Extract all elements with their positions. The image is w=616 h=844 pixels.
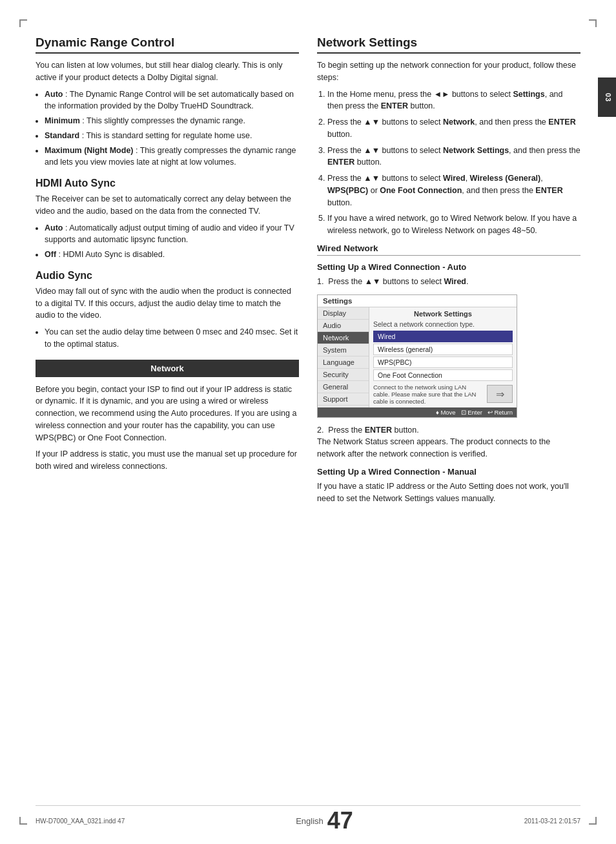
footer-page-number: 47 [327,809,353,832]
network-intro-1: Before you begin, contact your ISP to fi… [36,384,299,444]
settings-right-panel: Network Settings Select a network connec… [369,307,517,407]
menu-item-network: Network [318,332,369,344]
list-item: Standard : This is standard setting for … [45,130,299,142]
network-banner: Network [36,360,299,377]
settings-screenshot: Settings Display Audio Network System La… [317,294,517,418]
setting-manual-section: Setting Up a Wired Connection - Manual I… [317,467,580,505]
settings-panel-title: Network Settings [373,310,513,318]
dynamic-range-intro: You can listen at low volumes, but still… [36,59,299,84]
setting-auto-step2: 2. Press the ENTER button. The Network S… [317,424,580,460]
two-column-layout: Dynamic Range Control You can listen at … [36,36,580,509]
menu-item-general: General [318,381,369,393]
settings-inner: Display Audio Network System Language Se… [318,307,517,407]
list-item: Minimum : This slightly compresses the d… [45,115,299,127]
menu-item-support: Support [318,393,369,406]
hdmi-auto-sync-title: HDMI Auto Sync [36,178,299,189]
option-wps-pbc[interactable]: WPS(PBC) [373,356,513,368]
setting-auto-section: Setting Up a Wired Connection - Auto 1. … [317,262,580,460]
page-content: Dynamic Range Control You can listen at … [36,36,580,808]
settings-panel-subtitle: Select a network connection type. [373,320,513,328]
network-settings-steps: In the Home menu, press the ◄► buttons t… [327,88,580,237]
list-item: Press the ▲▼ buttons to select Network, … [327,116,580,141]
side-tab-number: 03 [604,93,612,102]
list-item: Auto : Automatically adjust output timin… [45,222,299,247]
settings-options: Wired Wireless (general) WPS(PBC) One Fo… [373,331,513,381]
settings-bottom-text: ♦ Move ⊡ Enter ↩ Return [436,409,513,416]
network-settings-intro: To begin setting up the network connecti… [317,59,580,84]
hdmi-auto-sync-intro: The Receiver can be set to automatically… [36,193,299,218]
wired-network-heading: Wired Network [317,243,580,256]
side-tab-label: Setup [590,87,599,108]
setting-auto-step1: 1. Press the ▲▼ buttons to select Wired. [317,276,580,288]
corner-mark-bl [19,817,27,825]
list-item: Maximum (Night Mode) : This greatly comp… [45,145,299,169]
settings-box-title: Settings [318,295,517,307]
settings-conn-text: Connect to the network using LAN cable. … [373,384,483,405]
settings-left-menu: Display Audio Network System Language Se… [318,307,369,407]
network-settings-title: Network Settings [317,36,580,54]
wired-network-section: Wired Network Setting Up a Wired Connect… [317,243,580,505]
list-item: Press the ▲▼ buttons to select Wired, Wi… [327,172,580,209]
footer-english-label: English [296,816,323,826]
side-tab: 03 Setup [598,77,616,117]
option-wireless-general[interactable]: Wireless (general) [373,344,513,355]
footer-left: HW-D7000_XAA_0321.indd 47 [36,818,125,825]
audio-sync-section: Audio Sync Video may fall out of sync wi… [36,270,299,351]
right-column: Network Settings To begin setting up the… [317,36,580,509]
list-item: Auto : The Dynamic Range Control will be… [45,88,299,113]
dynamic-range-list: Auto : The Dynamic Range Control will be… [45,88,299,169]
corner-mark-br [589,817,597,825]
list-item: Press the ▲▼ buttons to select Network S… [327,145,580,169]
hdmi-auto-sync-section: HDMI Auto Sync The Receiver can be set t… [36,178,299,261]
hdmi-auto-sync-list: Auto : Automatically adjust output timin… [45,222,299,261]
menu-item-display: Display [318,307,369,320]
audio-sync-title: Audio Sync [36,270,299,282]
audio-sync-intro: Video may fall out of sync with the audi… [36,285,299,322]
menu-item-language: Language [318,356,369,369]
list-item: You can set the audio delay time between… [45,326,299,351]
left-column: Dynamic Range Control You can listen at … [36,36,299,509]
corner-mark-tr [589,19,597,27]
settings-connection-info: Connect to the network using LAN cable. … [373,384,513,405]
footer-right: 2011-03-21 2:01:57 [524,818,580,825]
menu-item-security: Security [318,369,369,381]
corner-mark-tl [19,19,27,27]
network-settings-section: Network Settings To begin setting up the… [317,36,580,237]
setting-manual-text: If you have a static IP address or the A… [317,480,580,505]
list-item: If you have a wired network, go to Wired… [327,212,580,237]
setting-manual-title: Setting Up a Wired Connection - Manual [317,467,580,477]
setting-auto-title: Setting Up a Wired Connection - Auto [317,262,580,272]
menu-item-system: System [318,344,369,356]
footer-center: English 47 [296,809,353,832]
page-footer: HW-D7000_XAA_0321.indd 47 English 47 201… [36,805,580,832]
settings-conn-icon: ⇒ [487,385,513,403]
option-wired[interactable]: Wired [373,331,513,342]
list-item: Off : HDMI Auto Sync is disabled. [45,249,299,261]
dynamic-range-section: Dynamic Range Control You can listen at … [36,36,299,169]
list-item: In the Home menu, press the ◄► buttons t… [327,88,580,113]
dynamic-range-title: Dynamic Range Control [36,36,299,54]
menu-item-audio: Audio [318,320,369,332]
option-one-foot[interactable]: One Foot Connection [373,369,513,381]
settings-bottom-bar: ♦ Move ⊡ Enter ↩ Return [318,407,517,417]
audio-sync-list: You can set the audio delay time between… [45,326,299,351]
network-intro-2: If your IP address is static, you must u… [36,448,299,473]
